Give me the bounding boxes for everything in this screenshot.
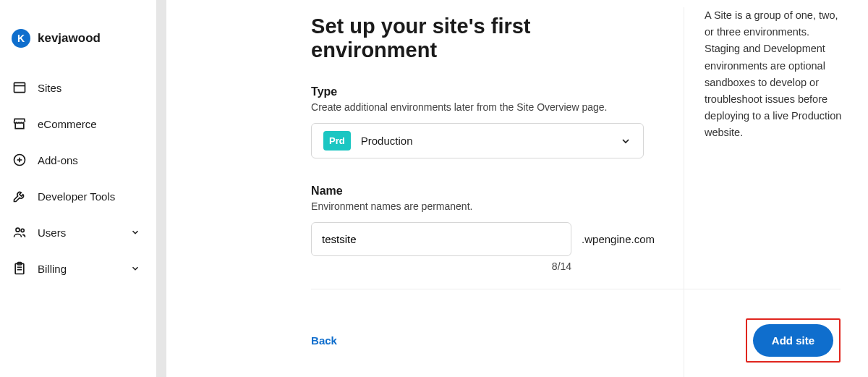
type-label: Type	[311, 85, 655, 98]
sidebar-item-sites[interactable]: Sites	[0, 69, 156, 106]
footer: Back Add site	[311, 289, 841, 363]
env-badge: Prd	[323, 131, 351, 151]
sidebar: K kevjawood Sites eCommerce Add-ons	[0, 0, 156, 377]
chevron-down-icon	[130, 227, 140, 237]
sidebar-item-label: Add-ons	[38, 154, 78, 166]
sidebar-item-label: eCommerce	[38, 118, 97, 130]
type-hint: Create additional environments later fro…	[311, 101, 655, 113]
sidebar-item-addons[interactable]: Add-ons	[0, 142, 156, 178]
sidebar-item-label: Developer Tools	[38, 190, 115, 203]
users-icon	[12, 224, 27, 240]
sidebar-item-users[interactable]: Users	[0, 214, 156, 250]
account-logo: K	[12, 29, 30, 48]
sidebar-item-label: Sites	[38, 82, 61, 94]
name-label: Name	[311, 185, 655, 198]
sidebar-item-label: Billing	[38, 263, 67, 275]
select-value: Production	[361, 135, 413, 147]
type-field: Type Create additional environments late…	[311, 85, 655, 158]
wrench-icon	[12, 188, 27, 204]
svg-rect-0	[14, 82, 25, 92]
info-text: A Site is a group of one, two, or three …	[705, 7, 846, 142]
account-username: kevjawood	[38, 31, 101, 46]
add-site-button[interactable]: Add site	[753, 324, 833, 357]
svg-point-5	[16, 228, 20, 232]
divider-strip	[156, 0, 166, 377]
name-hint: Environment names are permanent.	[311, 200, 655, 212]
char-count: 8/14	[311, 260, 571, 272]
sidebar-header: K kevjawood	[0, 29, 156, 69]
logo-letter: K	[17, 33, 25, 44]
environment-type-select[interactable]: Prd Production	[311, 123, 644, 158]
page-title: Set up your site's first environment	[311, 14, 655, 62]
sidebar-item-developer-tools[interactable]: Developer Tools	[0, 178, 156, 214]
back-button[interactable]: Back	[311, 334, 337, 347]
name-field: Name Environment names are permanent. .w…	[311, 185, 655, 272]
plus-circle-icon	[12, 152, 27, 168]
sidebar-item-label: Users	[38, 226, 66, 239]
store-icon	[12, 116, 27, 132]
add-site-highlight: Add site	[746, 318, 841, 363]
clipboard-icon	[12, 260, 27, 276]
main-content: Set up your site's first environment Typ…	[166, 0, 868, 377]
sidebar-item-billing[interactable]: Billing	[0, 250, 156, 287]
svg-point-6	[21, 229, 24, 232]
chevron-down-icon	[620, 135, 631, 147]
environment-name-input[interactable]	[311, 222, 571, 256]
chevron-down-icon	[130, 263, 140, 274]
domain-suffix: .wpengine.com	[582, 233, 655, 245]
browser-window-icon	[12, 80, 27, 96]
sidebar-item-ecommerce[interactable]: eCommerce	[0, 106, 156, 142]
